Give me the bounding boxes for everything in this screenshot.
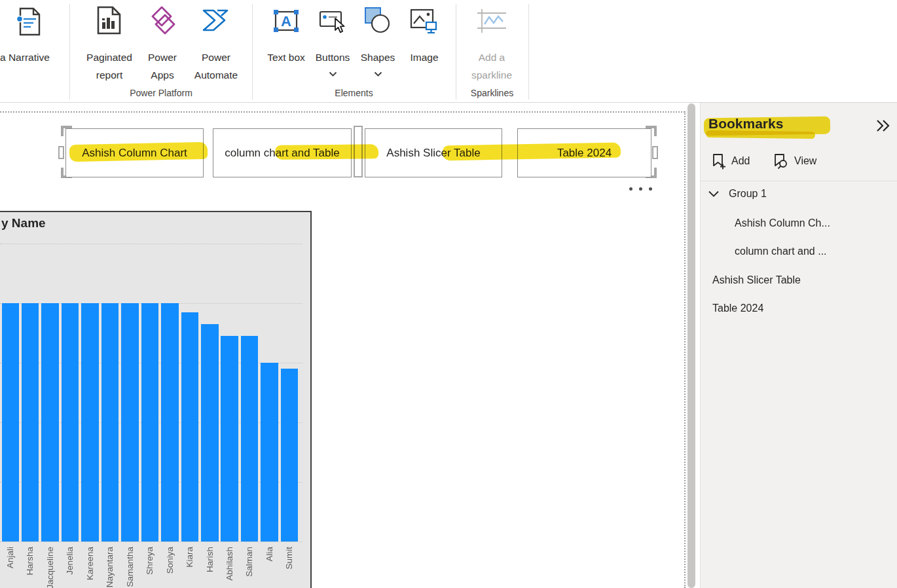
selection-handle-center[interactable] bbox=[354, 126, 363, 177]
ribbon: a Narrative Paginated report Power Apps … bbox=[0, 0, 897, 103]
add-sparkline-button[interactable]: Add a sparkline bbox=[462, 0, 521, 85]
image-button[interactable]: Image bbox=[405, 0, 444, 85]
nav-button-table-2024[interactable]: Table 2024 bbox=[517, 128, 651, 177]
paginated-report-icon bbox=[96, 5, 122, 35]
add-sparkline-label: Add a sparkline bbox=[462, 48, 521, 84]
bookmarks-pane: Bookmarks Add View Group 1 Ashish Column… bbox=[700, 101, 897, 588]
bookmark-item[interactable]: Ashish Column Ch... bbox=[735, 217, 830, 229]
chart-bar[interactable] bbox=[161, 303, 179, 542]
bookmark-item[interactable]: Ashish Slicer Table bbox=[712, 274, 801, 286]
chart-bar[interactable] bbox=[121, 303, 139, 542]
elements-group-label: Elements bbox=[253, 88, 455, 98]
chevron-down-icon[interactable] bbox=[374, 71, 382, 77]
shapes-label: Shapes bbox=[357, 48, 398, 66]
bookmark-group-row[interactable]: Group 1 bbox=[708, 188, 767, 200]
ribbon-divider bbox=[528, 4, 529, 100]
chevron-down-icon[interactable] bbox=[708, 190, 720, 198]
chart-bar[interactable] bbox=[101, 303, 119, 542]
chart-bar[interactable] bbox=[41, 303, 59, 542]
sparkline-icon bbox=[476, 8, 507, 34]
x-axis-label: Harsha bbox=[20, 547, 40, 576]
chart-bar[interactable] bbox=[201, 324, 219, 542]
x-axis-label: Jacqueline bbox=[40, 547, 60, 588]
x-axis-label: Harish bbox=[200, 547, 219, 572]
x-axis-label: Salman bbox=[240, 547, 259, 577]
power-automate-icon bbox=[200, 7, 230, 34]
x-axis-label: Kiara bbox=[180, 547, 200, 568]
power-apps-label: Power Apps bbox=[139, 48, 185, 84]
ribbon-divider bbox=[69, 4, 70, 100]
sparklines-group-label: Sparklines bbox=[456, 88, 528, 98]
chart-bar[interactable] bbox=[281, 369, 299, 542]
page-border-top bbox=[0, 111, 685, 113]
add-bookmark-button[interactable]: Add bbox=[711, 153, 750, 170]
view-bookmarks-button[interactable]: View bbox=[773, 153, 816, 170]
power-apps-icon bbox=[148, 5, 178, 35]
chevron-down-icon[interactable] bbox=[329, 71, 337, 77]
bookmark-item[interactable]: column chart and ... bbox=[735, 246, 827, 257]
collapse-pane-icon[interactable] bbox=[875, 119, 891, 133]
gridline bbox=[0, 244, 302, 244]
text-box-button[interactable]: A Text box bbox=[266, 0, 306, 85]
bookmark-item[interactable]: Table 2024 bbox=[712, 303, 763, 314]
buttons-button[interactable]: Buttons bbox=[309, 0, 356, 85]
buttons-label: Buttons bbox=[309, 48, 356, 66]
nav-button-ashish-column-chart[interactable]: Ashish Column Chart bbox=[65, 128, 204, 177]
gridline bbox=[0, 542, 302, 542]
ribbon-divider bbox=[252, 4, 253, 100]
x-axis-label: Alia bbox=[259, 547, 279, 562]
x-axis-label: Samantha bbox=[120, 547, 139, 587]
narrative-label: a Narrative bbox=[0, 48, 63, 66]
x-axis-label: Nayantara bbox=[100, 547, 120, 587]
chart-bar[interactable] bbox=[62, 303, 79, 542]
power-apps-button[interactable]: Power Apps bbox=[139, 0, 185, 85]
chart-bar[interactable] bbox=[261, 363, 278, 542]
x-axis-label: Anjali bbox=[1, 547, 20, 568]
x-axis-label: Kareena bbox=[80, 547, 100, 580]
chart-xlabels: AnjaliHarshaJacquelineJeneliaKareenaNaya… bbox=[0, 545, 302, 588]
x-axis-label: Shreya bbox=[140, 547, 160, 575]
power-automate-label: Power Automate bbox=[186, 48, 246, 84]
vertical-scrollbar[interactable] bbox=[687, 103, 695, 588]
nav-button-label: Ashish Slicer Table bbox=[386, 147, 480, 160]
page-border-right bbox=[684, 111, 686, 588]
text-box-label: Text box bbox=[266, 48, 306, 66]
bookmarks-pane-title: Bookmarks bbox=[708, 116, 783, 132]
shapes-button[interactable]: Shapes bbox=[357, 0, 398, 85]
bookmark-group-label: Group 1 bbox=[729, 188, 767, 200]
chart-plot bbox=[0, 244, 302, 542]
selection-handle-left[interactable] bbox=[58, 146, 64, 159]
nav-button-label: column chart and Table bbox=[225, 147, 339, 160]
nav-button-column-chart-and-table[interactable]: column chart and Table bbox=[213, 128, 352, 177]
view-bookmarks-label: View bbox=[794, 155, 816, 167]
paginated-report-label: Paginated report bbox=[73, 48, 145, 84]
chart-bar[interactable] bbox=[2, 303, 20, 542]
svg-text:A: A bbox=[281, 13, 291, 29]
nav-button-label: Table 2024 bbox=[557, 147, 612, 160]
pane-separator bbox=[701, 181, 897, 181]
chart-bar[interactable] bbox=[241, 336, 259, 542]
chart-title: y Name bbox=[1, 216, 46, 230]
power-automate-button[interactable]: Power Automate bbox=[186, 0, 246, 85]
bookmark-view-icon bbox=[773, 153, 790, 170]
nav-button-ashish-slicer-table[interactable]: Ashish Slicer Table bbox=[365, 128, 502, 177]
column-chart-visual[interactable]: y Name AnjaliHarshaJacquelineJeneliaKare… bbox=[0, 211, 312, 588]
add-bookmark-label: Add bbox=[731, 155, 750, 167]
text-box-icon: A bbox=[271, 7, 301, 35]
smart-narrative-button[interactable]: a Narrative bbox=[0, 0, 65, 85]
x-axis-label: Jenelia bbox=[60, 547, 80, 575]
chart-bar[interactable] bbox=[81, 303, 99, 542]
power-platform-group-label: Power Platform bbox=[70, 88, 252, 98]
chart-bar[interactable] bbox=[22, 303, 39, 542]
chart-bar[interactable] bbox=[221, 336, 238, 542]
buttons-icon bbox=[318, 8, 348, 37]
chart-bar[interactable] bbox=[181, 312, 199, 542]
x-axis-label: Soniya bbox=[160, 547, 179, 574]
more-options-icon[interactable] bbox=[629, 187, 652, 191]
image-label: Image bbox=[405, 48, 444, 66]
narrative-icon bbox=[16, 7, 43, 37]
selection-handle-right[interactable] bbox=[652, 146, 658, 159]
chart-bar[interactable] bbox=[141, 303, 159, 542]
x-axis-label: Abhilash bbox=[219, 547, 239, 581]
paginated-report-button[interactable]: Paginated report bbox=[77, 0, 142, 85]
